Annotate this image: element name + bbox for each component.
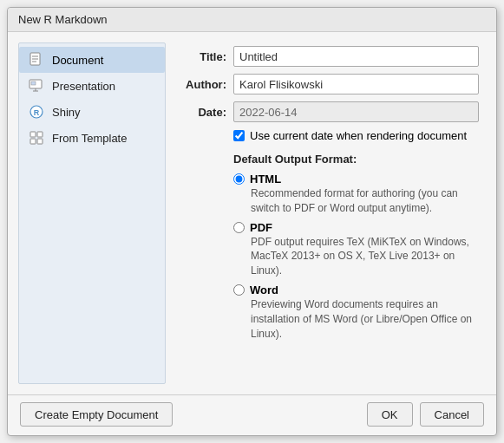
svg-rect-13 [37,139,43,144]
date-row: Date: [181,101,479,122]
presentation-icon [28,78,45,94]
dialog-body: Document Presentation [8,32,496,394]
right-panel: Title: Author: Date: Use current date wh… [174,42,486,384]
format-html-desc: Recommended format for authoring (you ca… [251,186,479,216]
date-label: Date: [181,106,226,119]
sidebar-item-from-template-label: From Template [52,132,127,145]
format-pdf-label-row: PDF [233,221,479,234]
format-word-radio[interactable] [233,284,245,296]
format-html-label-row: HTML [233,173,479,186]
author-label: Author: [181,78,226,91]
author-row: Author: [181,74,479,94]
format-pdf-radio[interactable] [233,222,245,233]
title-row: Title: [181,46,479,67]
title-label: Title: [181,50,226,63]
create-empty-button[interactable]: Create Empty Document [20,402,173,427]
use-current-date-label: Use current date when rendering document [250,129,467,142]
sidebar-item-document-label: Document [52,54,103,67]
svg-text:R: R [34,108,40,117]
sidebar-item-shiny-label: Shiny [52,106,81,119]
sidebar-item-shiny[interactable]: R Shiny [19,99,165,125]
author-input[interactable] [233,74,479,94]
format-word-desc: Previewing Word documents requires an in… [251,297,479,341]
ok-button[interactable]: OK [367,402,413,427]
sidebar-item-from-template[interactable]: From Template [19,125,165,151]
output-format-section-title: Default Output Format: [233,153,479,166]
format-word-item: Word Previewing Word documents requires … [233,283,479,341]
cancel-button[interactable]: Cancel [420,402,484,427]
format-html-item: HTML Recommended format for authoring (y… [233,173,479,216]
dialog: New R Markdown Document [7,7,497,436]
dialog-footer: Create Empty Document OK Cancel [8,394,496,435]
svg-rect-11 [37,132,43,137]
output-format-radio-group: HTML Recommended format for authoring (y… [233,173,479,341]
template-icon [28,130,45,146]
use-current-date-checkbox[interactable] [233,130,245,141]
format-word-label-row: Word [233,283,479,296]
dialog-titlebar: New R Markdown [8,8,496,32]
svg-rect-7 [31,81,36,85]
ok-cancel-group: OK Cancel [367,402,484,427]
use-current-date-row: Use current date when rendering document [233,129,479,142]
sidebar-item-document[interactable]: Document [19,47,165,73]
svg-rect-12 [30,139,36,144]
format-pdf-item: PDF PDF output requires TeX (MiKTeX on W… [233,221,479,278]
document-icon [28,52,45,68]
format-pdf-label: PDF [250,221,272,234]
format-html-radio[interactable] [233,173,245,185]
left-panel: Document Presentation [18,42,166,384]
shiny-icon: R [28,104,45,120]
date-input[interactable] [233,101,479,122]
svg-rect-10 [30,132,36,137]
format-word-label: Word [250,283,278,296]
format-html-label: HTML [250,173,281,186]
sidebar-item-presentation-label: Presentation [52,80,115,93]
format-pdf-desc: PDF output requires TeX (MiKTeX on Windo… [251,235,479,278]
sidebar-item-presentation[interactable]: Presentation [19,73,165,99]
dialog-title: New R Markdown [18,13,108,26]
title-input[interactable] [233,46,479,67]
